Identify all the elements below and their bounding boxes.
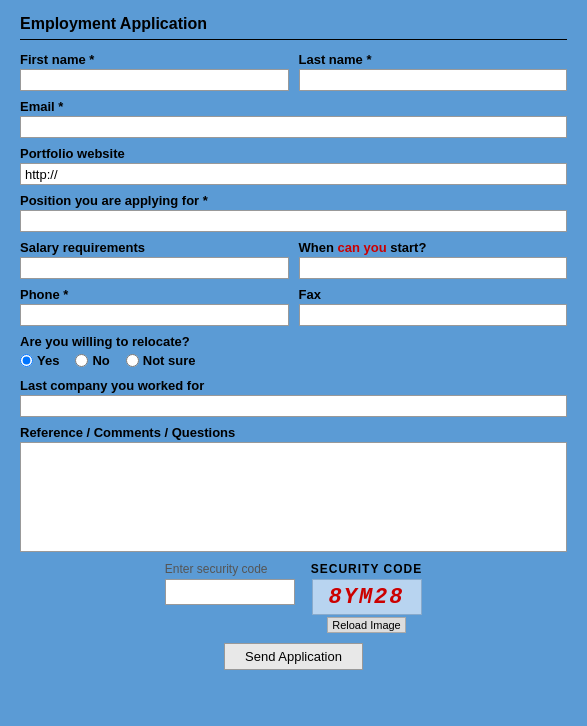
relocate-not-sure-radio[interactable]	[126, 354, 139, 367]
when-label: When can you start?	[299, 240, 568, 255]
relocate-row: Are you willing to relocate? Yes No Not …	[20, 334, 567, 370]
last-name-group: Last name *	[299, 52, 568, 91]
last-company-label: Last company you worked for	[20, 378, 567, 393]
salary-label: Salary requirements	[20, 240, 289, 255]
comments-row: Reference / Comments / Questions	[20, 425, 567, 552]
position-label: Position you are applying for *	[20, 193, 567, 208]
name-row: First name * Last name *	[20, 52, 567, 91]
comments-textarea[interactable]	[20, 442, 567, 552]
captcha-image: 8YM28	[312, 579, 422, 615]
when-highlight: can you	[338, 240, 387, 255]
title-divider	[20, 39, 567, 40]
position-row: Position you are applying for *	[20, 193, 567, 232]
when-group: When can you start?	[299, 240, 568, 279]
relocate-radio-group: Yes No Not sure	[20, 353, 567, 370]
first-name-group: First name *	[20, 52, 289, 91]
relocate-group: Are you willing to relocate? Yes No Not …	[20, 334, 567, 370]
position-group: Position you are applying for *	[20, 193, 567, 232]
security-code-prompt: Enter security code	[165, 562, 268, 576]
first-name-input[interactable]	[20, 69, 289, 91]
phone-group: Phone *	[20, 287, 289, 326]
last-company-group: Last company you worked for	[20, 378, 567, 417]
fax-group: Fax	[299, 287, 568, 326]
security-code-title: SECURITY CODE	[311, 562, 422, 576]
last-name-input[interactable]	[299, 69, 568, 91]
position-input[interactable]	[20, 210, 567, 232]
portfolio-input[interactable]	[20, 163, 567, 185]
salary-group: Salary requirements	[20, 240, 289, 279]
last-company-input[interactable]	[20, 395, 567, 417]
relocate-yes-option[interactable]: Yes	[20, 353, 59, 368]
relocate-not-sure-option[interactable]: Not sure	[126, 353, 196, 368]
security-section: Enter security code SECURITY CODE 8YM28 …	[20, 562, 567, 633]
relocate-yes-radio[interactable]	[20, 354, 33, 367]
security-code-input[interactable]	[165, 579, 295, 605]
portfolio-row: Portfolio website	[20, 146, 567, 185]
phone-input[interactable]	[20, 304, 289, 326]
email-input[interactable]	[20, 116, 567, 138]
submit-button[interactable]: Send Application	[224, 643, 363, 670]
last-company-row: Last company you worked for	[20, 378, 567, 417]
relocate-no-label: No	[92, 353, 109, 368]
page-title: Employment Application	[20, 15, 567, 33]
comments-group: Reference / Comments / Questions	[20, 425, 567, 552]
phone-label: Phone *	[20, 287, 289, 302]
form-container: Employment Application First name * Last…	[0, 0, 587, 690]
email-group: Email *	[20, 99, 567, 138]
relocate-no-radio[interactable]	[75, 354, 88, 367]
portfolio-group: Portfolio website	[20, 146, 567, 185]
fax-input[interactable]	[299, 304, 568, 326]
phone-fax-row: Phone * Fax	[20, 287, 567, 326]
salary-input[interactable]	[20, 257, 289, 279]
salary-when-row: Salary requirements When can you start?	[20, 240, 567, 279]
email-row: Email *	[20, 99, 567, 138]
captcha-group: SECURITY CODE 8YM28 Reload Image	[311, 562, 422, 633]
relocate-not-sure-label: Not sure	[143, 353, 196, 368]
relocate-no-option[interactable]: No	[75, 353, 109, 368]
reload-captcha-button[interactable]: Reload Image	[327, 617, 406, 633]
portfolio-label: Portfolio website	[20, 146, 567, 161]
security-input-group: Enter security code	[165, 562, 295, 605]
comments-label: Reference / Comments / Questions	[20, 425, 567, 440]
relocate-yes-label: Yes	[37, 353, 59, 368]
fax-label: Fax	[299, 287, 568, 302]
email-label: Email *	[20, 99, 567, 114]
first-name-label: First name *	[20, 52, 289, 67]
last-name-label: Last name *	[299, 52, 568, 67]
submit-section: Send Application	[20, 643, 567, 670]
relocate-label: Are you willing to relocate?	[20, 334, 567, 349]
when-input[interactable]	[299, 257, 568, 279]
